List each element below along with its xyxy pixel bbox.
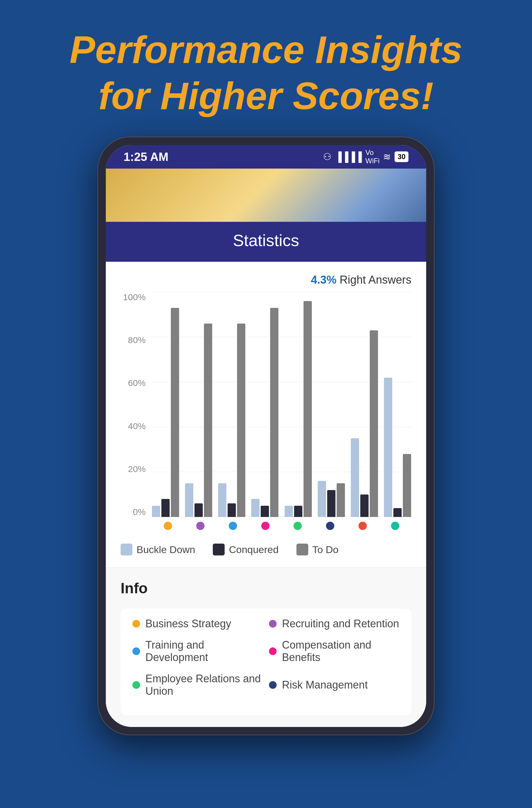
dot-extra1 (359, 522, 367, 530)
chart-right-answers-label: Right Answers (340, 274, 412, 286)
chart-section: 4.3% Right Answers 100% 80% 60% 40% 20% … (106, 262, 426, 567)
info-item-training: Training and Development (132, 639, 263, 664)
legend-label-conquered: Conquered (229, 544, 279, 555)
chart-header: 4.3% Right Answers (120, 274, 412, 286)
phone-wrapper: 1:25 AM ⚇ ▐▐▐▐ VoWiFi ≋ 30 Statistics 4.… (0, 136, 532, 735)
info-dot-risk-management (269, 681, 277, 689)
legend-swatch-todo (297, 544, 308, 555)
bar-group-3 (218, 292, 246, 517)
dot-risk-management (326, 522, 334, 530)
bluetooth-icon: ⚇ (323, 151, 331, 162)
info-dot-business-strategy (132, 620, 140, 628)
chart-legend: Buckle Down Conquered To Do (120, 544, 412, 555)
main-headline: Performance Insights for Higher Scores! (0, 26, 532, 119)
signal-icon: ▐▐▐▐ (335, 151, 362, 162)
info-dot-compensation (269, 647, 277, 655)
dot-extra2 (391, 522, 399, 530)
info-dot-recruiting (269, 620, 277, 628)
app-header: Statistics (106, 222, 426, 262)
info-dot-training (132, 647, 140, 655)
wifi-label: VoWiFi (365, 148, 380, 165)
y-axis: 100% 80% 60% 40% 20% 0% (120, 292, 150, 517)
info-row-3: Employee Relations and Union Risk Manage… (132, 673, 400, 697)
info-dot-employee-relations (132, 681, 140, 689)
legend-conquered: Conquered (213, 544, 279, 555)
app-title: Statistics (233, 231, 299, 250)
dot-employee-relations (293, 522, 302, 530)
info-item-employee-relations: Employee Relations and Union (132, 673, 263, 697)
dot-business-strategy (164, 522, 172, 530)
info-label-employee-relations: Employee Relations and Union (146, 673, 263, 697)
page-title-section: Performance Insights for Higher Scores! (0, 0, 532, 136)
info-section: Info Business Strategy Recruiting and Re… (106, 567, 426, 727)
info-title: Info (120, 580, 412, 597)
info-label-risk-management: Risk Management (282, 679, 368, 691)
info-label-training: Training and Development (146, 639, 263, 664)
status-time: 1:25 AM (124, 150, 169, 164)
status-icons: ⚇ ▐▐▐▐ VoWiFi ≋ 30 (323, 148, 408, 165)
info-label-recruiting: Recruiting and Retention (282, 618, 399, 630)
chart-percentage: 4.3% (311, 274, 337, 286)
legend-buckle-down: Buckle Down (120, 544, 195, 555)
legend-label-todo: To Do (312, 544, 339, 555)
info-label-compensation: Compensation and Benefits (282, 639, 400, 664)
bars-area (152, 292, 412, 517)
bar-group-8 (384, 292, 412, 517)
bar-group-2 (185, 292, 212, 517)
battery-icon: 30 (395, 151, 408, 162)
bar-group-5 (284, 292, 312, 517)
bar-group-1 (152, 292, 179, 517)
bar-group-7 (350, 292, 378, 517)
info-row-2: Training and Development Compensation an… (132, 639, 400, 664)
legend-swatch-buckle-down (120, 544, 132, 555)
status-bar: 1:25 AM ⚇ ▐▐▐▐ VoWiFi ≋ 30 (106, 145, 426, 169)
info-label-business-strategy: Business Strategy (146, 618, 231, 630)
dot-recruiting (196, 522, 205, 530)
phone-screen: 1:25 AM ⚇ ▐▐▐▐ VoWiFi ≋ 30 Statistics 4.… (106, 145, 426, 727)
info-item-business-strategy: Business Strategy (132, 618, 263, 630)
legend-todo: To Do (297, 544, 339, 555)
dot-row (152, 517, 412, 535)
legend-label-buckle-down: Buckle Down (136, 544, 195, 555)
wifi-icon: ≋ (383, 151, 391, 162)
dot-training (229, 522, 237, 530)
dot-compensation (261, 522, 269, 530)
chart-container: 100% 80% 60% 40% 20% 0% (120, 292, 412, 535)
bar-group-4 (251, 292, 279, 517)
legend-swatch-conquered (213, 544, 225, 555)
info-grid: Business Strategy Recruiting and Retenti… (120, 609, 412, 715)
bar-group-6 (318, 292, 345, 517)
info-item-compensation: Compensation and Benefits (269, 639, 400, 664)
info-item-recruiting: Recruiting and Retention (269, 618, 400, 630)
info-row-1: Business Strategy Recruiting and Retenti… (132, 618, 400, 630)
phone-frame: 1:25 AM ⚇ ▐▐▐▐ VoWiFi ≋ 30 Statistics 4.… (97, 136, 435, 735)
info-item-risk-management: Risk Management (269, 673, 400, 697)
